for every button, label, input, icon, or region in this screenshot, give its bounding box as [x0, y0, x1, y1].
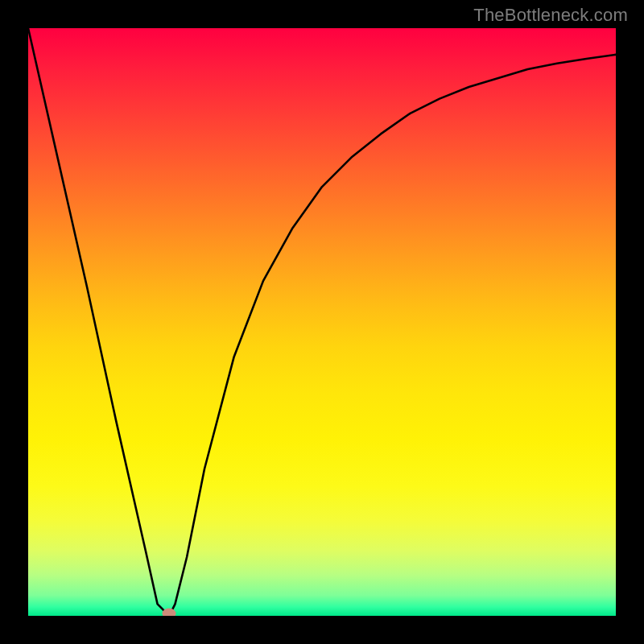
- watermark-text: TheBottleneck.com: [473, 5, 628, 26]
- curve-line: [28, 28, 616, 616]
- chart-frame: TheBottleneck.com: [0, 0, 644, 644]
- data-marker: [163, 609, 176, 617]
- plot-area: [28, 28, 616, 616]
